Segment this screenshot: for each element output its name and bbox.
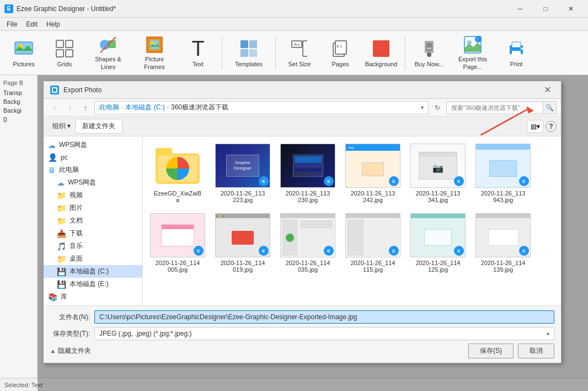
toolbar-set-size[interactable]: AB Set Size xyxy=(280,33,319,73)
nav-item-music[interactable]: 🎵 音乐 xyxy=(44,240,142,252)
path-chevron-1: › xyxy=(167,104,169,110)
toolbar-pictures[interactable]: Pictures xyxy=(4,33,43,73)
svg-rect-2 xyxy=(56,40,63,47)
nav-item-desktop[interactable]: 📁 桌面 xyxy=(44,252,142,265)
file-item-img2[interactable]: E 2020-11-26_113230.jpg xyxy=(277,141,338,206)
nav-item-label: 音乐 xyxy=(70,241,83,251)
back-button[interactable]: ‹ xyxy=(48,101,61,114)
toolbar-export-label: Export this Page... xyxy=(453,56,493,70)
close-button[interactable]: ✕ xyxy=(558,0,584,18)
pc-icon: 🖥 xyxy=(48,166,56,175)
file-item-img8[interactable]: E 2020-11-26_114035.jpg xyxy=(277,210,338,276)
dropdown-arrow-icon: ▾ xyxy=(547,331,549,337)
menu-bar: File Edit Help xyxy=(0,18,588,31)
file-item-img9[interactable]: E 2020-11-26_114115.jpg xyxy=(343,210,403,276)
dialog-overlay: Export Photo ✕ ‹ › ↑ 此电脑 › 本地磁盘 (C:) › 3… xyxy=(38,75,588,391)
help-button[interactable]: ? xyxy=(546,121,557,132)
nav-tree[interactable]: ☁ WPS网盘 👤 pc 🖥 此电脑 ☁ W xyxy=(44,136,143,305)
svg-rect-27 xyxy=(373,40,389,57)
file-thumb-2: E xyxy=(280,144,335,188)
maximize-button[interactable]: □ xyxy=(533,0,558,18)
file-thumb-4: 📷 E xyxy=(410,144,466,188)
filename-input[interactable] xyxy=(94,310,554,324)
path-segment-1: 本地磁盘 (C:) xyxy=(125,103,164,112)
toolbar-shapes-lines[interactable]: Shapes & Lines xyxy=(86,33,130,73)
folder-icon: 📁 xyxy=(57,255,66,263)
file-item-img7[interactable]: E 2020-11-26_114019.jpg xyxy=(212,210,273,276)
refresh-button[interactable]: ↻ xyxy=(431,101,444,114)
nav-item-local-c[interactable]: 💾 本地磁盘 (C:) xyxy=(44,265,142,278)
file-item-img3[interactable]: App E 2020-11-26_113242. xyxy=(343,141,403,206)
nav-item-label: WPS网盘 xyxy=(59,140,87,150)
search-input[interactable] xyxy=(447,104,543,111)
forward-button[interactable]: › xyxy=(63,101,77,114)
svg-rect-29 xyxy=(426,43,432,51)
folder-icon: 📁 xyxy=(57,216,66,225)
file-item-folder[interactable]: EzeeGD_XiaZaiBa xyxy=(147,141,208,206)
toolbar-print[interactable]: Print xyxy=(497,33,536,73)
hidden-files-toggle[interactable]: ▲ 隐藏文件夹 xyxy=(50,344,91,358)
file-item-img10[interactable]: E 2020-11-26_114125.jpg xyxy=(408,210,468,276)
file-label-4: 2020-11-26_113341.jpg xyxy=(416,190,461,203)
svg-rect-3 xyxy=(66,40,73,47)
folder-icon: 📁 xyxy=(57,204,66,213)
toolbar-grids[interactable]: Grids xyxy=(45,33,84,73)
nav-item-video[interactable]: 📁 视频 xyxy=(44,189,142,202)
toolbar-buy-now[interactable]: Buy Now... xyxy=(410,33,448,73)
nav-item-library[interactable]: 📚 库 xyxy=(44,290,142,303)
path-bar[interactable]: 此电脑 › 本地磁盘 (C:) › 360极速浏览器下载 ▾ xyxy=(94,101,429,114)
up-button[interactable]: ↑ xyxy=(79,101,92,114)
toolbar-pages[interactable]: AB Pages xyxy=(321,33,360,73)
search-button[interactable]: 🔍 xyxy=(543,101,556,114)
file-item-img1[interactable]: GraphicDesigner E 2020-11-26_113223.jpg xyxy=(212,141,273,206)
file-grid[interactable]: EzeeGD_XiaZaiBa GraphicDesigner xyxy=(143,136,561,305)
nav-item-wps-cloud1[interactable]: ☁ WPS网盘 xyxy=(44,139,142,151)
search-bar[interactable]: 🔍 xyxy=(446,101,557,114)
templates-icon xyxy=(238,38,260,60)
nav-item-wps-cloud2[interactable]: ☁ WPS网盘 xyxy=(44,176,142,189)
download-icon: 📥 xyxy=(57,229,66,238)
nav-item-downloads[interactable]: 📥 下载 xyxy=(44,227,142,240)
toolbar-export[interactable]: ↑ Export this Page... xyxy=(451,33,495,73)
thumb-overlay-4: E xyxy=(454,176,464,186)
nav-item-local-e[interactable]: 💾 本地磁盘 (E:) xyxy=(44,278,142,290)
file-item-img4[interactable]: 📷 E 2020-11-26_113341.jpg xyxy=(408,141,468,206)
folder-icon: 📁 xyxy=(57,191,66,200)
menu-help[interactable]: Help xyxy=(42,19,65,29)
new-folder-button[interactable]: 新建文件夹 xyxy=(75,119,122,134)
file-label-5: 2020-11-26_113943.jpg xyxy=(481,190,526,203)
menu-file[interactable]: File xyxy=(2,19,22,29)
file-thumb-1: GraphicDesigner E xyxy=(215,144,270,188)
svg-text:A: A xyxy=(294,42,297,47)
app-title: Ezee Graphic Designer - Untitled* xyxy=(17,5,507,13)
svg-point-30 xyxy=(427,52,431,57)
toolbar-background[interactable]: Background xyxy=(362,33,400,73)
organize-button[interactable]: 组织 ▾ xyxy=(48,119,75,133)
background-icon xyxy=(370,38,392,60)
filetype-select[interactable]: JPEG (.jpg, .jpeg) (*.jpg;*.jpeg;) ▾ xyxy=(94,327,554,340)
dialog-title: Export Photo xyxy=(63,86,540,94)
dialog-close-button[interactable]: ✕ xyxy=(540,83,554,97)
toolbar-picture-frames[interactable]: Picture Frames xyxy=(132,33,177,73)
file-label-3: 2020-11-26_113242.jpg xyxy=(351,190,395,203)
nav-item-documents[interactable]: 📁 文档 xyxy=(44,214,142,227)
file-item-img6[interactable]: E 2020-11-26_114005.jpg xyxy=(147,210,208,276)
nav-item-pictures[interactable]: 📁 图片 xyxy=(44,202,142,214)
view-button[interactable]: ▤▾ xyxy=(527,120,543,133)
file-item-img11[interactable]: E 2020-11-26_114139.jpg xyxy=(473,210,533,276)
text-icon: T xyxy=(187,38,209,60)
file-item-img5[interactable]: E 2020-11-26_113943.jpg xyxy=(473,141,533,206)
svg-rect-14 xyxy=(249,40,257,48)
minimize-button[interactable]: ─ xyxy=(507,0,533,18)
nav-item-pc[interactable]: 👤 pc xyxy=(44,151,142,163)
dialog-content: ☁ WPS网盘 👤 pc 🖥 此电脑 ☁ W xyxy=(44,136,561,305)
canvas-area: Export Photo ✕ ‹ › ↑ 此电脑 › 本地磁盘 (C:) › 3… xyxy=(38,75,588,391)
menu-edit[interactable]: Edit xyxy=(22,19,42,29)
dialog-action-bar: ▲ 隐藏文件夹 保存(S) 取消 xyxy=(50,344,554,358)
save-button[interactable]: 保存(S) xyxy=(468,344,514,358)
cancel-button[interactable]: 取消 xyxy=(518,344,554,358)
toolbar-templates[interactable]: Templates xyxy=(227,33,271,73)
transparency-label: Transp xyxy=(2,88,35,97)
nav-item-this-pc[interactable]: 🖥 此电脑 xyxy=(44,163,142,176)
toolbar-text[interactable]: T Text xyxy=(179,33,217,73)
